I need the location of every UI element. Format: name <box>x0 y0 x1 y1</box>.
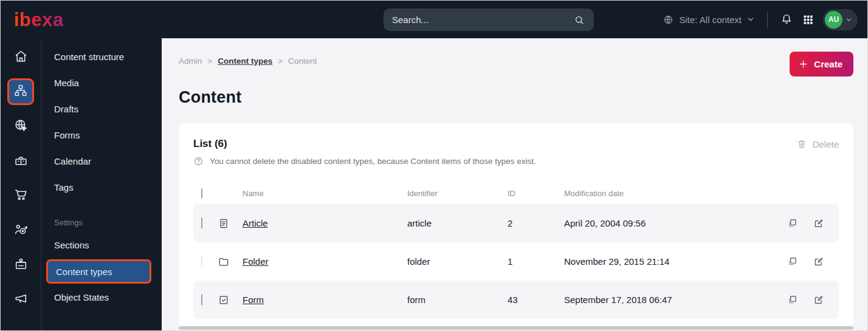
globe-icon <box>663 14 674 26</box>
list-title: List (6) <box>193 138 227 150</box>
search-icon[interactable] <box>573 14 585 26</box>
globe-pointer-icon <box>13 118 29 135</box>
icon-rail <box>1 38 41 330</box>
breadcrumb-admin: Admin <box>179 56 202 66</box>
notifications-bell-icon[interactable] <box>780 13 793 26</box>
breadcrumb-current: Content <box>288 56 317 66</box>
breadcrumb-content-types-link[interactable]: Content types <box>218 56 272 66</box>
column-header-modification-date: Modification date <box>558 189 772 198</box>
rail-item-products[interactable] <box>7 148 34 174</box>
breadcrumb-separator: > <box>278 56 283 66</box>
content-type-link[interactable]: Article <box>243 218 268 228</box>
copy-icon[interactable] <box>787 256 798 267</box>
content-type-link[interactable]: Folder <box>243 256 269 267</box>
sidebar-item-content-types[interactable]: Content types <box>46 259 151 284</box>
sidebar-item-media[interactable]: Media <box>41 70 162 96</box>
chevron-down-icon <box>845 16 853 24</box>
sidebar-item-tags[interactable]: Tags <box>41 174 162 200</box>
sidebar-item-content-structure[interactable]: Content structure <box>41 44 162 70</box>
rail-item-admin[interactable] <box>7 251 34 278</box>
sidebar-menu: Content structure Media Drafts Forms Cal… <box>41 38 162 330</box>
chevron-down-icon <box>746 15 755 24</box>
delete-button[interactable]: Delete <box>796 138 839 149</box>
home-icon <box>13 49 29 66</box>
row-id: 1 <box>501 256 558 267</box>
topbar-right: Site: All context AU <box>663 1 858 38</box>
row-identifier: form <box>401 295 501 305</box>
sidebar-item-drafts[interactable]: Drafts <box>41 96 162 122</box>
row-modification-date: November 29, 2015 21:14 <box>558 256 772 267</box>
rail-item-customers[interactable] <box>7 217 34 244</box>
rail-item-site[interactable] <box>7 113 34 140</box>
select-all-checkbox[interactable] <box>201 188 202 199</box>
row-id: 2 <box>501 218 558 228</box>
rail-item-commerce[interactable] <box>7 182 34 209</box>
app-grid-icon[interactable] <box>802 13 815 26</box>
table-row: Form form 43 September 17, 2018 06:47 <box>193 281 839 319</box>
article-icon <box>218 217 238 230</box>
list-info: You cannot delete the disabled content t… <box>193 156 839 166</box>
row-id: 43 <box>501 295 558 305</box>
sidebar-item-forms[interactable]: Forms <box>41 122 162 148</box>
site-context-label: Site: All context <box>679 15 742 25</box>
edit-icon[interactable] <box>813 256 824 267</box>
avatar: AU <box>825 11 842 29</box>
rail-item-campaigns[interactable] <box>7 286 34 313</box>
question-circle-icon <box>193 156 204 166</box>
horizontal-scrollbar[interactable] <box>179 326 853 330</box>
breadcrumb-separator: > <box>207 56 212 66</box>
row-identifier: folder <box>401 256 501 267</box>
column-header-id: ID <box>501 189 558 198</box>
table-row: Folder folder 1 November 29, 2015 21:14 <box>193 242 839 281</box>
main-content: Admin > Content types > Content Create C… <box>162 38 867 330</box>
site-context-dropdown[interactable]: Site: All context <box>663 14 755 26</box>
sitemap-icon <box>13 83 28 100</box>
topbar: ibexa Site: All context <box>1 1 867 38</box>
row-checkbox[interactable] <box>201 294 202 305</box>
row-modification-date: April 20, 2004 09:56 <box>558 218 772 228</box>
breadcrumb: Admin > Content types > Content <box>179 52 317 66</box>
sidebar-section-settings: Settings <box>41 213 162 232</box>
column-header-identifier: Identifier <box>401 189 501 198</box>
sidebar-item-object-states[interactable]: Object States <box>41 284 162 310</box>
packages-icon <box>13 152 29 170</box>
rail-item-content[interactable] <box>7 78 34 105</box>
edit-icon[interactable] <box>813 294 824 305</box>
table-header: Name Identifier ID Modification date <box>193 182 839 204</box>
global-search[interactable] <box>384 9 594 31</box>
copy-icon[interactable] <box>787 294 798 305</box>
sidebar-item-calendar[interactable]: Calendar <box>41 148 162 174</box>
sidebar-item-sections[interactable]: Sections <box>41 232 162 258</box>
row-checkbox-disabled <box>201 256 202 267</box>
cart-icon <box>13 187 29 205</box>
topbar-divider <box>767 12 768 27</box>
ibexa-logo: ibexa <box>14 10 64 29</box>
search-input[interactable] <box>392 15 573 25</box>
table-row: Article article 2 April 20, 2004 09:56 <box>193 204 839 242</box>
form-icon <box>218 294 238 306</box>
badge-icon <box>13 256 29 274</box>
content-types-list-card: List (6) Delete You cannot delete the di… <box>179 123 853 330</box>
app-window: ibexa Site: All context <box>0 0 868 331</box>
list-info-text: You cannot delete the disabled content t… <box>210 157 536 166</box>
user-menu[interactable]: AU <box>823 9 858 30</box>
folder-icon <box>218 256 238 268</box>
trash-icon <box>796 138 807 149</box>
column-header-name: Name <box>238 189 401 198</box>
copy-icon[interactable] <box>787 217 798 229</box>
plus-icon <box>798 59 808 69</box>
megaphone-icon <box>13 291 29 309</box>
rail-item-home[interactable] <box>7 44 34 70</box>
row-identifier: article <box>401 218 501 228</box>
content-type-link[interactable]: Form <box>243 295 264 305</box>
create-button[interactable]: Create <box>790 52 853 77</box>
row-modification-date: September 17, 2018 06:47 <box>558 295 772 305</box>
audience-icon <box>13 222 29 239</box>
row-checkbox[interactable] <box>201 217 202 229</box>
page-title: Content <box>179 88 853 107</box>
edit-icon[interactable] <box>813 217 824 229</box>
